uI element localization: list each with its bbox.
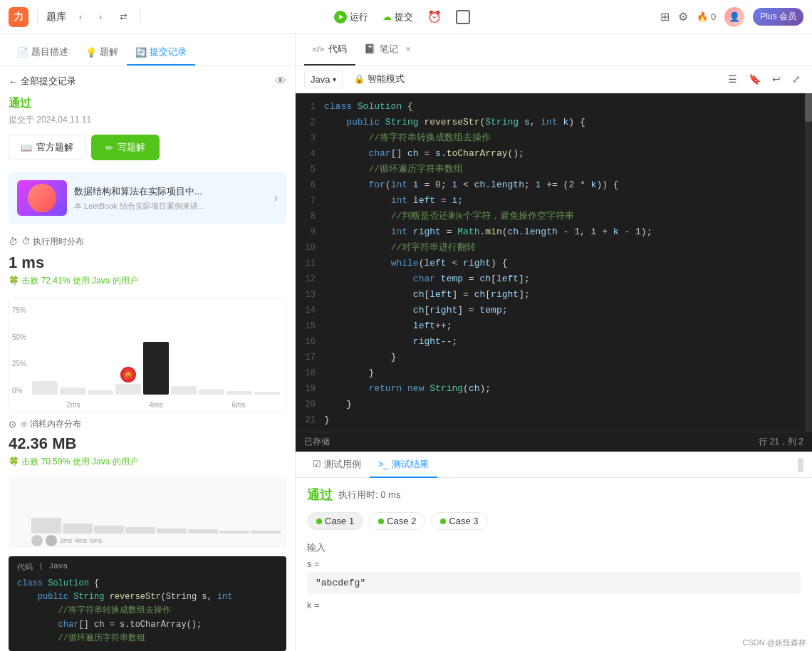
nav-arrows: ‹ ›	[72, 9, 109, 26]
submit-button[interactable]: ☁ 提交	[382, 11, 413, 24]
case-3-dot	[440, 519, 446, 524]
input-label: 输入	[307, 541, 801, 554]
m-bar-5	[157, 528, 187, 533]
chevron-down-icon: ▾	[333, 75, 336, 83]
testresult-icon: >_	[378, 459, 389, 469]
exec-time-desc: 🍀 击败 72.41% 使用 Java 的用户	[9, 275, 286, 287]
marker-emoji: 😡	[125, 372, 132, 378]
tab-testresult[interactable]: >_ 测试结果	[370, 452, 437, 478]
memory-chart: 2ms 4ms 6ms	[9, 476, 286, 548]
case-2-label: Case 2	[387, 516, 416, 526]
code-tab-label: 代码	[328, 43, 347, 56]
preview-line-1: class Solution {	[17, 577, 278, 590]
nav-divider-2	[140, 10, 141, 24]
left-content: ← 全部提交记录 👁 通过 提交于 2024.04.11 11 📖 官方题解 ✏…	[0, 66, 295, 651]
logo[interactable]: 力	[9, 7, 28, 27]
left-panel: 📄 题目描述 💡 题解 🔄 提交记录 ← 全部提交记录 👁	[0, 34, 296, 651]
pass-badge: 通过	[307, 486, 333, 504]
code-line-4: 4 char[] ch = s.toCharArray();	[296, 146, 812, 162]
banner[interactable]: 数据结构和算法在实际项目中... 本 LeetBook 结合实际项目案例来讲..…	[9, 172, 286, 224]
case-2-button[interactable]: Case 2	[369, 512, 425, 530]
code-editor[interactable]: 1 class Solution { 2 public String rever…	[296, 93, 812, 432]
notes-tab-close-icon[interactable]: ×	[405, 43, 411, 54]
case-3-button[interactable]: Case 3	[431, 512, 487, 530]
bar-4: 😡	[115, 384, 141, 395]
eye-icon[interactable]: 👁	[275, 75, 286, 88]
exec-time-title: ⏱ ⏱ 执行用时分布	[9, 236, 286, 248]
nav-center-actions: 运行 ☁ 提交 ⏰	[150, 10, 655, 24]
m-x-label-2ms: 2ms	[60, 537, 72, 544]
alarm-icon[interactable]: ⏰	[427, 10, 442, 24]
tab-testcase[interactable]: ☑ 测试用例	[304, 452, 370, 478]
code-line-19: 19 return new String(ch);	[296, 381, 812, 397]
plus-button[interactable]: Plus 会员	[753, 8, 803, 26]
avatar[interactable]: 👤	[724, 7, 744, 27]
run-button[interactable]: 运行	[334, 11, 368, 24]
bar-6	[171, 386, 197, 395]
nav-shuffle-icon[interactable]: ⇄	[115, 9, 132, 26]
tab-submissions[interactable]: 🔄 提交记录	[127, 40, 195, 66]
smart-mode-toggle[interactable]: 🔒 智能模式	[348, 70, 410, 88]
code-line-7: 7 int left = i;	[296, 193, 812, 209]
status-badge: 通过	[9, 96, 286, 111]
undo-icon[interactable]: ↩	[769, 71, 784, 88]
bar-2	[60, 387, 85, 395]
k-section: k =	[307, 600, 801, 610]
tab-solution[interactable]: 💡 题解	[77, 40, 127, 66]
code-line-21: 21 }	[296, 412, 812, 428]
memory-desc: 🍀 击败 70.59% 使用 Java 的用户	[9, 456, 286, 468]
m-bar-4	[125, 527, 155, 533]
expand-icon[interactable]: ⤢	[789, 71, 803, 88]
code-lines: 1 class Solution { 2 public String rever…	[296, 99, 812, 428]
official-solution-button[interactable]: 📖 官方题解	[9, 135, 85, 160]
toolbar-right: ☰ 🔖 ↩ ⤢	[725, 71, 803, 88]
code-line-8: 8 //判断是否还剩k个字符，避免操作空字符串	[296, 209, 812, 224]
case-1-button[interactable]: Case 1	[307, 512, 363, 530]
clock-icon: ⏱	[9, 236, 18, 247]
preview-line-4: char[] ch = s.toCharArray();	[17, 618, 278, 632]
fire-number: 0	[711, 11, 716, 22]
editor-scrollbar[interactable]	[805, 93, 812, 432]
memory-title: ⊙ ⊙ 消耗内存分布	[9, 418, 286, 430]
chart-marker: 😡	[120, 367, 136, 382]
settings-icon[interactable]: ⚙	[678, 10, 688, 24]
bottom-panel: ☑ 测试用例 >_ 测试结果 通过 执行用时: 0 ms	[296, 452, 812, 651]
test-cases: Case 1 Case 2 Case 3	[307, 512, 801, 530]
bar-8	[227, 391, 252, 395]
code-line-10: 10 //对字符串进行翻转	[296, 240, 812, 256]
back-link[interactable]: ← 全部提交记录	[9, 75, 76, 88]
x-label-2ms: 2ms	[67, 401, 80, 409]
language-selector[interactable]: Java ▾	[304, 71, 343, 88]
tab-code[interactable]: </> 代码	[304, 34, 355, 66]
menu-icon[interactable]: ☰	[725, 71, 740, 88]
write-solution-button[interactable]: ✏ 写题解	[91, 135, 160, 160]
grid-icon[interactable]: ⊞	[660, 10, 670, 24]
submissions-icon: 🔄	[135, 47, 147, 58]
write-label: 写题解	[118, 141, 145, 154]
tab-notes[interactable]: 📓 笔记 ×	[355, 34, 420, 66]
code-line-1: 1 class Solution {	[296, 99, 812, 115]
val-s: "abcdefg"	[307, 572, 801, 594]
code-line-20: 20 }	[296, 397, 812, 412]
nav-prev-arrow[interactable]: ‹	[72, 9, 89, 26]
fullscreen-icon[interactable]	[456, 10, 470, 24]
case-1-label: Case 1	[325, 516, 354, 526]
separator: |	[38, 562, 43, 573]
fire-count[interactable]: 🔥 0	[697, 11, 716, 22]
m-bar-2	[63, 524, 93, 533]
m-avatar-2	[46, 535, 57, 546]
code-line-16: 16 right--;	[296, 334, 812, 350]
memory-section: ⊙ ⊙ 消耗内存分布 42.36 MB 🍀 击败 70.59% 使用 Java …	[9, 418, 286, 468]
nav-next-arrow[interactable]: ›	[92, 9, 109, 26]
nav-title: 题库	[46, 11, 66, 24]
m-x-label-6ms: 6ms	[90, 537, 102, 544]
code-preview-sublang: Java	[49, 562, 68, 573]
fire-icon: 🔥	[697, 11, 708, 22]
bookmark-icon[interactable]: 🔖	[746, 71, 764, 88]
official-icon: 📖	[21, 142, 32, 153]
tab-description[interactable]: 📄 题目描述	[9, 40, 77, 66]
exec-time-section: ⏱ ⏱ 执行用时分布 1 ms 🍀 击败 72.41% 使用 Java 的用户	[9, 236, 286, 287]
var-k-label: k =	[307, 600, 801, 610]
bottom-panel-scrollbar[interactable]	[798, 458, 803, 472]
submit-icon: ☁	[382, 11, 392, 22]
